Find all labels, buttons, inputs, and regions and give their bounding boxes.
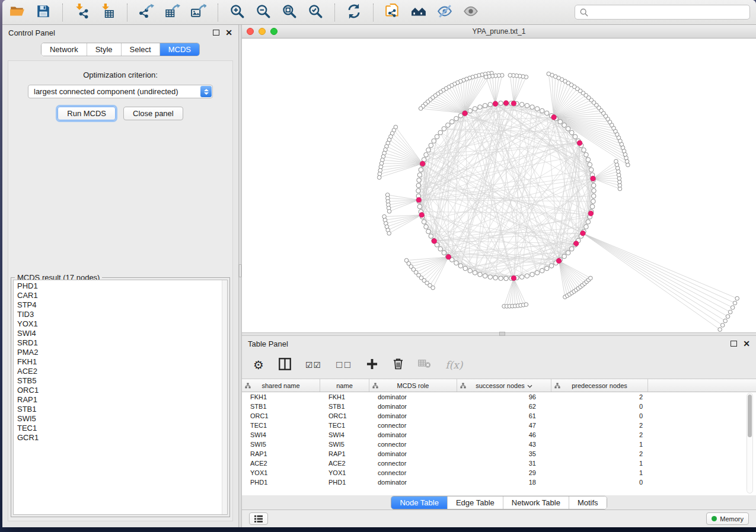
- close-panel-button[interactable]: Close panel: [123, 107, 183, 120]
- network-node[interactable]: [417, 173, 422, 178]
- network-node[interactable]: [547, 72, 551, 76]
- column-header-successor-nodes[interactable]: successor nodes: [457, 379, 551, 392]
- mcds-hub-node[interactable]: [577, 140, 582, 146]
- zoom-out-button[interactable]: [254, 4, 272, 21]
- mcds-node-item[interactable]: ACE2: [17, 367, 227, 376]
- network-node[interactable]: [544, 266, 549, 271]
- network-node[interactable]: [584, 152, 589, 157]
- network-node[interactable]: [432, 139, 436, 143]
- network-node[interactable]: [426, 148, 431, 152]
- mcds-node-item[interactable]: TID3: [17, 310, 227, 319]
- network-node[interactable]: [584, 225, 589, 229]
- mcds-node-item[interactable]: SWI4: [17, 329, 227, 338]
- network-node[interactable]: [586, 158, 591, 162]
- mcds-node-item[interactable]: SRD1: [17, 338, 227, 348]
- network-node[interactable]: [591, 194, 596, 198]
- network-node[interactable]: [417, 178, 422, 182]
- tab-network-table[interactable]: Network Table: [503, 496, 569, 509]
- network-node[interactable]: [442, 127, 446, 132]
- mcds-node-item[interactable]: STB5: [17, 376, 227, 386]
- run-mcds-button[interactable]: Run MCDS: [58, 107, 116, 120]
- close-icon[interactable]: ✕: [743, 339, 750, 348]
- mcds-node-item[interactable]: YOX1: [17, 319, 227, 329]
- network-node[interactable]: [591, 183, 596, 188]
- mcds-node-item[interactable]: TEC1: [17, 424, 227, 433]
- network-node[interactable]: [530, 105, 535, 110]
- close-window-button[interactable]: [247, 28, 254, 35]
- network-node[interactable]: [525, 274, 529, 278]
- network-node[interactable]: [569, 246, 574, 251]
- network-node[interactable]: [519, 102, 524, 107]
- import-table-button[interactable]: [99, 4, 117, 21]
- network-node[interactable]: [499, 101, 503, 105]
- network-node[interactable]: [442, 251, 446, 255]
- open-file-button[interactable]: [8, 4, 26, 21]
- network-node[interactable]: [726, 315, 730, 319]
- network-node[interactable]: [591, 199, 596, 204]
- network-canvas[interactable]: [242, 39, 756, 332]
- select-all-button[interactable]: ☑☑: [305, 358, 321, 372]
- network-node[interactable]: [566, 251, 570, 255]
- zoom-fit-button[interactable]: [280, 4, 298, 21]
- network-node[interactable]: [733, 301, 737, 305]
- mcds-node-item[interactable]: CAR1: [17, 291, 227, 300]
- memory-button[interactable]: Memory: [706, 512, 749, 525]
- mcds-hub-node[interactable]: [420, 161, 425, 166]
- mcds-hub-node[interactable]: [462, 111, 468, 116]
- scrollbar-thumb[interactable]: [748, 395, 752, 437]
- network-node[interactable]: [426, 229, 431, 234]
- network-node[interactable]: [569, 130, 574, 135]
- network-node[interactable]: [731, 306, 735, 310]
- network-node[interactable]: [387, 209, 391, 213]
- mcds-hub-node[interactable]: [573, 241, 579, 246]
- network-node[interactable]: [723, 319, 728, 323]
- tab-motifs[interactable]: Motifs: [569, 496, 607, 509]
- network-node[interactable]: [416, 183, 421, 188]
- mcds-hub-node[interactable]: [446, 254, 451, 259]
- network-node[interactable]: [417, 204, 422, 209]
- mcds-node-item[interactable]: PMA2: [17, 348, 227, 357]
- network-node[interactable]: [454, 261, 459, 265]
- network-node[interactable]: [419, 168, 423, 172]
- tab-network[interactable]: Network: [42, 43, 87, 56]
- export-network-button[interactable]: [138, 4, 155, 21]
- network-node[interactable]: [454, 116, 459, 121]
- search-field[interactable]: [575, 5, 750, 20]
- network-node[interactable]: [473, 271, 477, 275]
- network-node[interactable]: [573, 134, 578, 139]
- network-node[interactable]: [449, 120, 454, 124]
- network-node[interactable]: [558, 120, 563, 124]
- minimize-window-button[interactable]: [259, 28, 266, 35]
- mcds-list-scrollbar[interactable]: [222, 280, 227, 514]
- mcds-hub-node[interactable]: [432, 239, 437, 244]
- show-hidden-button[interactable]: [462, 4, 480, 21]
- network-node[interactable]: [431, 286, 435, 290]
- network-node[interactable]: [419, 107, 423, 111]
- show-columns-button[interactable]: [279, 358, 291, 372]
- mcds-hub-node[interactable]: [556, 258, 562, 264]
- table-row[interactable]: ACE2ACE2connector311: [242, 459, 756, 468]
- mcds-node-item[interactable]: GCR1: [17, 433, 227, 443]
- deselect-all-button[interactable]: ☐☐: [336, 358, 352, 372]
- network-node[interactable]: [488, 275, 493, 280]
- network-node[interactable]: [429, 234, 433, 239]
- delete-columns-button[interactable]: [392, 358, 404, 372]
- mcds-hub-node[interactable]: [588, 211, 594, 216]
- network-node[interactable]: [566, 127, 570, 132]
- tab-node-table[interactable]: Node Table: [391, 496, 447, 509]
- network-node[interactable]: [524, 303, 528, 307]
- table-row[interactable]: TEC1TEC1connector472: [242, 421, 756, 430]
- network-node[interactable]: [728, 310, 732, 314]
- network-node[interactable]: [422, 220, 426, 225]
- network-node[interactable]: [562, 254, 567, 259]
- network-node[interactable]: [544, 111, 549, 116]
- network-node[interactable]: [377, 175, 381, 180]
- first-neighbors-button[interactable]: [410, 4, 428, 21]
- network-node[interactable]: [488, 102, 493, 107]
- hide-selected-button[interactable]: [436, 4, 454, 21]
- zoom-in-button[interactable]: [228, 4, 246, 21]
- network-node[interactable]: [588, 162, 592, 167]
- zoom-selected-button[interactable]: [307, 4, 324, 21]
- network-node[interactable]: [525, 104, 529, 108]
- settings-gear-button[interactable]: ⚙: [253, 358, 264, 372]
